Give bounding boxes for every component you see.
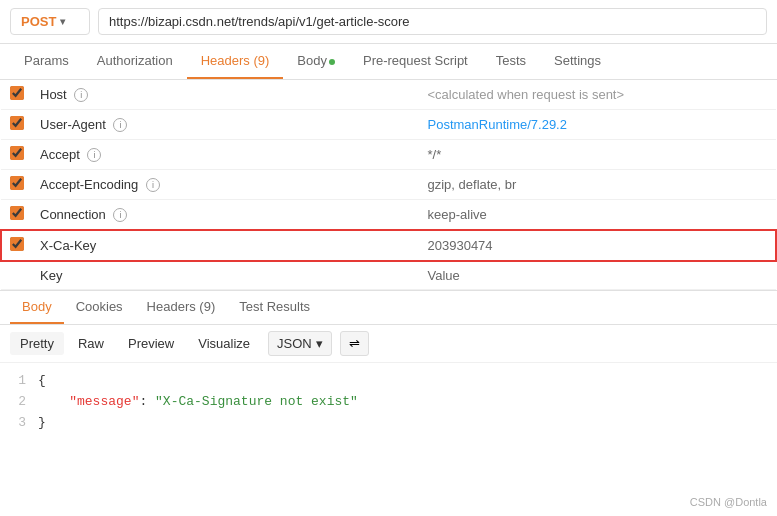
tab-response-cookies[interactable]: Cookies bbox=[64, 291, 135, 324]
tab-tests[interactable]: Tests bbox=[482, 44, 540, 79]
header-checkbox-acceptencoding[interactable] bbox=[10, 176, 24, 190]
header-val-host: <calculated when request is sent> bbox=[420, 80, 777, 110]
info-icon-accept: i bbox=[87, 148, 101, 162]
code-brace-close: } bbox=[38, 413, 46, 434]
method-label: POST bbox=[21, 14, 56, 29]
tab-response-testresults[interactable]: Test Results bbox=[227, 291, 322, 324]
code-brace-open: { bbox=[38, 371, 46, 392]
code-area: 1 { 2 "message": "X-Ca-Signature not exi… bbox=[0, 363, 777, 441]
header-val-acceptencoding: gzip, deflate, br bbox=[420, 170, 777, 200]
header-val-placeholder[interactable]: Value bbox=[420, 261, 777, 290]
code-val-message: "X-Ca-Signature not exist" bbox=[155, 394, 358, 409]
header-key-useragent: User-Agent i bbox=[32, 110, 420, 140]
tab-settings[interactable]: Settings bbox=[540, 44, 615, 79]
url-bar: POST ▾ bbox=[0, 0, 777, 44]
tab-headers[interactable]: Headers (9) bbox=[187, 44, 284, 79]
header-val-useragent: PostmanRuntime/7.29.2 bbox=[420, 110, 777, 140]
table-row: User-Agent i PostmanRuntime/7.29.2 bbox=[1, 110, 776, 140]
header-key-connection: Connection i bbox=[32, 200, 420, 231]
code-line-2: 2 "message": "X-Ca-Signature not exist" bbox=[10, 392, 767, 413]
line-number-2: 2 bbox=[10, 392, 26, 413]
tab-response-body[interactable]: Body bbox=[10, 291, 64, 324]
header-checkbox-useragent[interactable] bbox=[10, 116, 24, 130]
info-icon-acceptencoding: i bbox=[146, 178, 160, 192]
format-preview[interactable]: Preview bbox=[118, 332, 184, 355]
format-pretty[interactable]: Pretty bbox=[10, 332, 64, 355]
header-key-host: Host i bbox=[32, 80, 420, 110]
format-bar: Pretty Raw Preview Visualize JSON ▾ ⇌ bbox=[0, 325, 777, 363]
code-keyval: "message": "X-Ca-Signature not exist" bbox=[38, 392, 358, 413]
info-icon-connection: i bbox=[113, 208, 127, 222]
header-checkbox-host[interactable] bbox=[10, 86, 24, 100]
code-key-message: "message" bbox=[69, 394, 139, 409]
table-row-empty: Key Value bbox=[1, 261, 776, 290]
table-row-xcakey: X-Ca-Key 203930474 bbox=[1, 230, 776, 261]
bottom-section: Body Cookies Headers (9) Test Results Pr… bbox=[0, 290, 777, 441]
url-input[interactable] bbox=[98, 8, 767, 35]
tab-response-headers[interactable]: Headers (9) bbox=[135, 291, 228, 324]
method-select[interactable]: POST ▾ bbox=[10, 8, 90, 35]
method-chevron: ▾ bbox=[60, 16, 65, 27]
tab-prerequest[interactable]: Pre-request Script bbox=[349, 44, 482, 79]
header-val-accept: */* bbox=[420, 140, 777, 170]
code-line-3: 3 } bbox=[10, 413, 767, 434]
info-icon-useragent: i bbox=[113, 118, 127, 132]
table-row: Host i <calculated when request is sent> bbox=[1, 80, 776, 110]
tab-authorization[interactable]: Authorization bbox=[83, 44, 187, 79]
request-tabs: Params Authorization Headers (9) Body Pr… bbox=[0, 44, 777, 80]
table-row: Accept-Encoding i gzip, deflate, br bbox=[1, 170, 776, 200]
table-row: Accept i */* bbox=[1, 140, 776, 170]
tab-params[interactable]: Params bbox=[10, 44, 83, 79]
line-number-3: 3 bbox=[10, 413, 26, 434]
header-val-connection: keep-alive bbox=[420, 200, 777, 231]
header-key-accept: Accept i bbox=[32, 140, 420, 170]
header-checkbox-xcakey[interactable] bbox=[10, 237, 24, 251]
header-val-xcakey: 203930474 bbox=[420, 230, 777, 261]
table-row: Connection i keep-alive bbox=[1, 200, 776, 231]
tab-body[interactable]: Body bbox=[283, 44, 349, 79]
code-line-1: 1 { bbox=[10, 371, 767, 392]
info-icon-host: i bbox=[74, 88, 88, 102]
header-key-acceptencoding: Accept-Encoding i bbox=[32, 170, 420, 200]
line-number-1: 1 bbox=[10, 371, 26, 392]
response-tabs: Body Cookies Headers (9) Test Results bbox=[0, 291, 777, 325]
format-visualize[interactable]: Visualize bbox=[188, 332, 260, 355]
header-checkbox-accept[interactable] bbox=[10, 146, 24, 160]
header-key-placeholder[interactable]: Key bbox=[32, 261, 420, 290]
headers-table: Host i <calculated when request is sent>… bbox=[0, 80, 777, 290]
format-raw[interactable]: Raw bbox=[68, 332, 114, 355]
json-format-select[interactable]: JSON ▾ bbox=[268, 331, 332, 356]
wrap-button[interactable]: ⇌ bbox=[340, 331, 369, 356]
header-key-xcakey: X-Ca-Key bbox=[32, 230, 420, 261]
watermark: CSDN @Dontla bbox=[690, 496, 767, 508]
header-checkbox-connection[interactable] bbox=[10, 206, 24, 220]
